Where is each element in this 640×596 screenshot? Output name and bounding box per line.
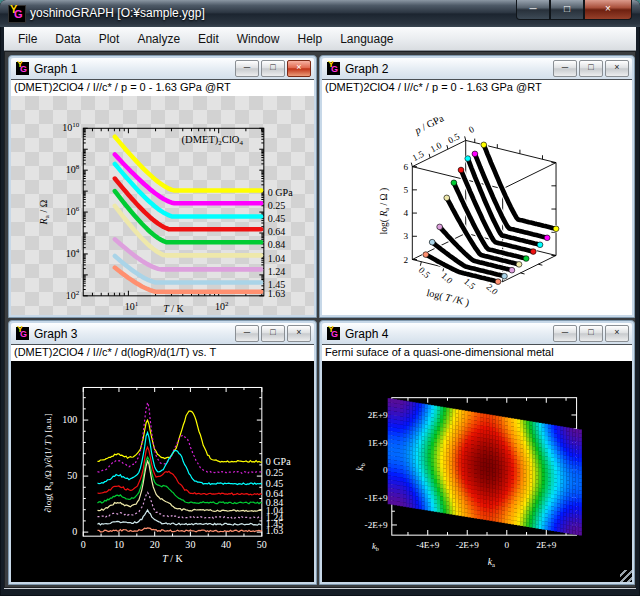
mdi-workspace: Y G Graph 1 ─ □ × (DMET)2ClO4 / I//c* / … bbox=[4, 51, 636, 588]
graph3-minimize-button[interactable]: ─ bbox=[235, 325, 259, 342]
graph2-close-button[interactable]: × bbox=[605, 60, 629, 77]
graph-window-icon: Y G bbox=[16, 62, 29, 75]
graph4-minimize-button[interactable]: ─ bbox=[553, 325, 577, 342]
graph4-window-name: Graph 4 bbox=[345, 327, 553, 341]
svg-text:0.5: 0.5 bbox=[417, 265, 433, 280]
graph3-plot-area: 01020304050050100T / K∂log( Ra /Ω )/∂(1/… bbox=[11, 361, 314, 582]
graph3-close-button[interactable]: × bbox=[287, 325, 311, 342]
svg-text:1010: 1010 bbox=[62, 121, 80, 133]
graph3-restore-button[interactable]: □ bbox=[261, 325, 285, 342]
svg-text:2E+9: 2E+9 bbox=[536, 540, 556, 550]
graph3-window-name: Graph 3 bbox=[34, 327, 235, 341]
svg-text:20: 20 bbox=[150, 539, 160, 550]
menu-edit[interactable]: Edit bbox=[190, 30, 227, 48]
main-titlebar[interactable]: Y G yoshinoGRAPH [O:¥sample.ygp] ─ □ × bbox=[0, 0, 640, 27]
menu-bar: File Data Plot Analyze Edit Window Help … bbox=[4, 27, 636, 51]
graph-icon-g: G bbox=[331, 64, 338, 74]
graph-icon-g: G bbox=[20, 64, 27, 74]
graph1-plot: 1011021021041061081010T / KRa / Ω(DMET)2… bbox=[11, 96, 314, 315]
window-controls: ─ □ × bbox=[516, 0, 632, 20]
graph1-restore-button[interactable]: □ bbox=[261, 60, 285, 77]
svg-text:0: 0 bbox=[81, 539, 86, 550]
svg-text:Ra / Ω: Ra / Ω bbox=[38, 200, 51, 226]
svg-text:4: 4 bbox=[404, 208, 409, 218]
graph3-controls: ─ □ × bbox=[235, 325, 311, 342]
graph-window-icon: Y G bbox=[327, 62, 340, 75]
graph3-plot: 01020304050050100T / K∂log( Ra /Ω )/∂(1/… bbox=[11, 361, 314, 582]
svg-text:50: 50 bbox=[67, 470, 77, 481]
graph4-controls: ─ □ × bbox=[553, 325, 629, 342]
svg-text:0: 0 bbox=[72, 526, 77, 537]
graph2-title-text: (DMET)2ClO4 / I//c* / p = 0 - 1.63 GPa @… bbox=[322, 79, 632, 97]
svg-text:T / K: T / K bbox=[162, 553, 183, 564]
menu-analyze[interactable]: Analyze bbox=[129, 30, 188, 48]
graph2-controls: ─ □ × bbox=[553, 60, 629, 77]
menu-file[interactable]: File bbox=[10, 30, 45, 48]
graph1-window-name: Graph 1 bbox=[34, 62, 235, 76]
graph-window-icon: Y G bbox=[327, 327, 340, 340]
svg-text:102: 102 bbox=[66, 289, 80, 301]
svg-text:log( Ra / Ω ): log( Ra / Ω ) bbox=[378, 188, 390, 235]
graph2-plot-area: 2345600.51.01.5p / GPa0.51.01.52.0log( T… bbox=[322, 96, 632, 315]
graph3-window[interactable]: Y G Graph 3 ─ □ × (DMET)2ClO4 / I//c* / … bbox=[8, 320, 317, 585]
graph-window-icon: Y G bbox=[16, 327, 29, 340]
graph1-titlebar[interactable]: Y G Graph 1 ─ □ × bbox=[11, 58, 314, 79]
svg-text:0 GPa: 0 GPa bbox=[268, 187, 293, 198]
svg-text:1E+9: 1E+9 bbox=[368, 438, 388, 448]
graph3-titlebar[interactable]: Y G Graph 3 ─ □ × bbox=[11, 323, 314, 344]
graph3-title-text: (DMET)2ClO4 / I//c* / d(logR)/d(1/T) vs.… bbox=[11, 344, 314, 362]
svg-text:2: 2 bbox=[404, 255, 409, 265]
svg-text:p / GPa: p / GPa bbox=[412, 112, 446, 136]
svg-text:ka: ka bbox=[488, 556, 495, 568]
svg-text:0.64: 0.64 bbox=[268, 226, 286, 237]
minimize-button[interactable]: ─ bbox=[516, 0, 550, 20]
graph4-window[interactable]: Y G Graph 4 ─ □ × Fermi suface of a quas… bbox=[319, 320, 635, 585]
svg-text:0.25: 0.25 bbox=[268, 200, 286, 211]
svg-text:-4E+9: -4E+9 bbox=[416, 540, 440, 550]
menu-plot[interactable]: Plot bbox=[91, 30, 128, 48]
svg-text:108: 108 bbox=[66, 163, 80, 175]
svg-text:0 GPa: 0 GPa bbox=[266, 456, 291, 467]
svg-text:∂log( Ra /Ω )/∂(1/ T ) [a.u.]: ∂log( Ra /Ω )/∂(1/ T ) [a.u.] bbox=[43, 413, 54, 512]
graph2-titlebar[interactable]: Y G Graph 2 ─ □ × bbox=[322, 58, 632, 79]
svg-text:5: 5 bbox=[404, 185, 409, 195]
menu-data[interactable]: Data bbox=[47, 30, 88, 48]
svg-text:0: 0 bbox=[383, 465, 388, 475]
svg-text:10: 10 bbox=[114, 539, 124, 550]
main-window: Y G yoshinoGRAPH [O:¥sample.ygp] ─ □ × F… bbox=[0, 0, 640, 596]
graph1-controls: ─ □ × bbox=[235, 60, 311, 77]
graph2-minimize-button[interactable]: ─ bbox=[553, 60, 577, 77]
svg-text:log( T /K ): log( T /K ) bbox=[425, 287, 470, 309]
svg-text:100: 100 bbox=[62, 414, 77, 425]
menu-help[interactable]: Help bbox=[289, 30, 330, 48]
menu-language[interactable]: Language bbox=[332, 30, 401, 48]
graph2-window-name: Graph 2 bbox=[345, 62, 553, 76]
graph4-restore-button[interactable]: □ bbox=[579, 325, 603, 342]
svg-text:-2E+9: -2E+9 bbox=[365, 520, 389, 530]
resize-grip[interactable] bbox=[620, 570, 632, 582]
svg-text:101: 101 bbox=[125, 300, 139, 312]
svg-text:104: 104 bbox=[66, 247, 80, 259]
maximize-button[interactable]: □ bbox=[550, 0, 584, 20]
graph4-plot: -4E+9-2E+902E+92E+91E+90-1E+9-2E+9kakbkb bbox=[322, 361, 632, 582]
svg-text:(DMET)2ClO4: (DMET)2ClO4 bbox=[182, 134, 244, 147]
menu-window[interactable]: Window bbox=[229, 30, 288, 48]
graph4-title-text: Fermi suface of a quasi-one-dimensional … bbox=[322, 344, 632, 362]
graph1-minimize-button[interactable]: ─ bbox=[235, 60, 259, 77]
svg-text:3: 3 bbox=[404, 231, 409, 241]
graph2-window[interactable]: Y G Graph 2 ─ □ × (DMET)2ClO4 / I//c* / … bbox=[319, 55, 635, 318]
svg-text:0: 0 bbox=[467, 124, 476, 135]
svg-text:106: 106 bbox=[66, 205, 80, 217]
graph4-titlebar[interactable]: Y G Graph 4 ─ □ × bbox=[322, 323, 632, 344]
graph4-close-button[interactable]: × bbox=[605, 325, 629, 342]
graph-icon-g: G bbox=[20, 329, 27, 339]
graph1-close-button[interactable]: × bbox=[287, 60, 311, 77]
svg-text:50: 50 bbox=[257, 539, 267, 550]
app-icon: Y G bbox=[8, 5, 26, 23]
svg-text:T / K: T / K bbox=[163, 303, 184, 314]
svg-text:1.04: 1.04 bbox=[268, 253, 286, 264]
close-button[interactable]: × bbox=[584, 0, 632, 20]
graph1-window[interactable]: Y G Graph 1 ─ □ × (DMET)2ClO4 / I//c* / … bbox=[8, 55, 317, 318]
graph2-restore-button[interactable]: □ bbox=[579, 60, 603, 77]
svg-text:6: 6 bbox=[404, 162, 409, 172]
